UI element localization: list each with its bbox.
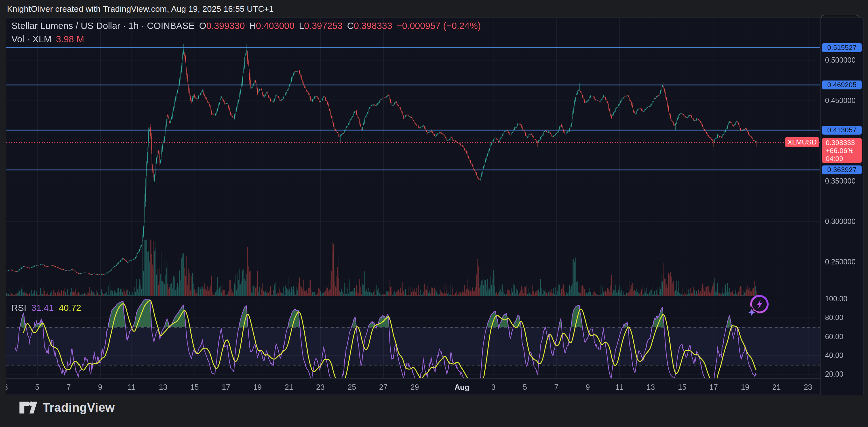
alert-price-badge: 0.469205 <box>822 80 862 90</box>
time-tick-label: 13 <box>646 383 655 392</box>
tradingview-logo[interactable]: TradingView <box>19 398 115 417</box>
time-tick-label: 7 <box>66 383 71 392</box>
price-tick-label: 0.500000 <box>820 56 864 64</box>
attribution-bar: KnightOliver created with TradingView.co… <box>0 0 868 18</box>
symbol-title: Stellar Lumens / US Dollar · 1h · COINBA… <box>11 21 194 31</box>
time-tick-label: Aug <box>454 383 469 392</box>
price-tick-label: 0.250000 <box>820 258 864 266</box>
price-scale[interactable]: 0.398333 +66.06% 04:09 0.5000000.4500000… <box>820 18 864 395</box>
price-change: −0.000957 (−0.24%) <box>397 21 481 31</box>
price-tick-label: 0.350000 <box>820 177 864 185</box>
tradingview-mark-icon <box>19 398 38 417</box>
last-price-percent: +66.06% <box>826 147 862 155</box>
rsi-tick-label: 100.00 <box>820 295 864 303</box>
ohlc-high: H0.403000 <box>249 21 294 31</box>
time-tick-label: 27 <box>379 383 388 392</box>
time-tick-label: 3 <box>6 383 8 392</box>
rsi-value: 31.41 <box>32 303 54 313</box>
symbol-price-tag: XLMUSD <box>785 137 819 147</box>
rsi-tick-label: 20.00 <box>820 370 864 378</box>
time-tick-label: 19 <box>253 383 262 392</box>
volume-value: 3.98 M <box>56 34 84 44</box>
bar-countdown: 04:09 <box>826 155 862 163</box>
rsi-ma-value: 40.72 <box>59 303 81 313</box>
time-tick-label: 5 <box>523 383 527 392</box>
rsi-label: RSI <box>11 303 26 313</box>
rsi-tick-label: 80.00 <box>820 314 864 322</box>
alert-price-badge: 0.363927 <box>822 165 862 174</box>
price-tick-label: 0.300000 <box>820 217 864 226</box>
price-tick-label: 0.450000 <box>820 96 864 105</box>
rsi-tick-label: 40.00 <box>820 351 864 360</box>
ohlc-low: L0.397253 <box>299 21 343 31</box>
time-tick-label: 5 <box>35 383 39 392</box>
alert-price-badge: 0.515527 <box>822 43 862 52</box>
volume-row: Vol · XLM 3.98 M <box>11 34 481 44</box>
volume-label: Vol · XLM <box>11 34 52 44</box>
tradingview-snapshot: KnightOliver created with TradingView.co… <box>0 0 868 427</box>
time-tick-label: 21 <box>772 383 781 392</box>
time-tick-label: 9 <box>98 383 102 392</box>
time-tick-label: 7 <box>554 383 558 392</box>
time-tick-label: 17 <box>222 383 230 392</box>
time-tick-label: 23 <box>804 383 812 392</box>
time-tick-label: 11 <box>615 383 623 392</box>
tradingview-logo-text: TradingView <box>43 401 115 415</box>
time-tick-label: 25 <box>348 383 356 392</box>
time-tick-label: 17 <box>709 383 718 392</box>
time-tick-label: 9 <box>586 383 590 392</box>
time-tick-label: 15 <box>678 383 686 392</box>
boost-sparkle-icon[interactable] <box>745 292 772 319</box>
chart-panel: Stellar Lumens / US Dollar · 1h · COINBA… <box>6 18 864 395</box>
alert-price-badge: 0.413057 <box>822 126 862 135</box>
time-tick-label: 13 <box>159 383 167 392</box>
ohlc-close: C0.398333 <box>347 21 392 31</box>
symbol-ohlc-row: Stellar Lumens / US Dollar · 1h · COINBA… <box>11 21 481 31</box>
time-tick-label: 11 <box>128 383 136 392</box>
time-tick-label: 29 <box>410 383 419 392</box>
time-scale[interactable]: 357911131517192123252729Aug3579111315171… <box>6 378 820 395</box>
last-price-badge: 0.398333 +66.06% 04:09 <box>822 138 862 163</box>
rsi-tick-label: 60.00 <box>820 332 864 341</box>
chart-legend: Stellar Lumens / US Dollar · 1h · COINBA… <box>11 21 481 44</box>
attribution-text: KnightOliver created with TradingView.co… <box>7 4 274 14</box>
last-price-value: 0.398333 <box>826 139 862 147</box>
time-tick-label: 21 <box>285 383 293 392</box>
time-tick-label: 23 <box>316 383 325 392</box>
price-chart-canvas[interactable] <box>6 18 863 395</box>
time-tick-label: 3 <box>491 383 495 392</box>
rsi-legend: RSI 31.41 40.72 <box>11 303 81 313</box>
time-tick-label: 15 <box>190 383 199 392</box>
ohlc-open: O0.399330 <box>199 21 245 31</box>
time-tick-label: 19 <box>741 383 749 392</box>
